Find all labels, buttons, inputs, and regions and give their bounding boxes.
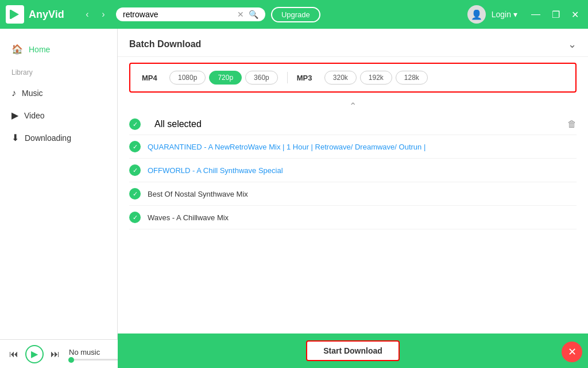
player-controls: ⏮ ▶ ⏭ [9, 345, 60, 363]
forward-button[interactable]: › [96, 7, 110, 21]
track-list: ✓ All selected 🗑 ✓ QUARANTINED - A NewRe… [118, 114, 588, 334]
track-item: ✓ OFFWORLD - A Chill Synthwave Special [129, 159, 577, 182]
video-icon: ▶ [11, 110, 18, 121]
sidebar-item-video-label: Video [24, 111, 45, 120]
mp3-options: 320k 192k 128k [324, 71, 428, 85]
main-layout: 🏠 Home Library ♪ Music ▶ Video ⬇ Downloa… [0, 29, 588, 368]
nav-arrows: ‹ › [80, 7, 110, 21]
batch-title: Batch Download [129, 39, 201, 49]
format-row: MP4 1080p 720p 360p MP3 320k 192k 128k [142, 71, 564, 85]
app-title: AnyVid [29, 9, 64, 21]
logo-area: AnyVid [6, 5, 75, 24]
start-download-bar: Start Download [118, 334, 588, 368]
upgrade-button[interactable]: Upgrade [271, 7, 320, 22]
format-720p-button[interactable]: 720p [209, 71, 242, 85]
sidebar-item-music[interactable]: ♪ Music [0, 82, 117, 104]
track-name-2: OFFWORLD - A Chill Synthwave Special [148, 166, 577, 175]
format-360p-button[interactable]: 360p [245, 71, 278, 85]
search-clear-icon[interactable]: ✕ [237, 10, 244, 19]
window-controls: — ❐ ✕ [528, 8, 582, 21]
track-item: ✓ QUARANTINED - A NewRetroWave Mix | 1 H… [129, 135, 577, 159]
search-icon[interactable]: 🔍 [249, 10, 258, 19]
next-button[interactable]: ⏭ [51, 349, 60, 359]
mp4-label: MP4 [142, 74, 165, 82]
prev-button[interactable]: ⏮ [9, 349, 18, 359]
content-area: ▶ 19M views 2 years ago ✓ ▶ ✓ ▶ [118, 29, 588, 368]
play-button[interactable]: ▶ [25, 345, 44, 363]
home-icon: 🏠 [11, 44, 23, 55]
login-button[interactable]: Login ▾ [492, 10, 517, 19]
format-192k-button[interactable]: 192k [360, 71, 392, 85]
search-bar: ✕ 🔍 [116, 7, 265, 21]
delete-icon[interactable]: 🗑 [567, 119, 577, 129]
svg-rect-1 [10, 10, 11, 19]
window-close-button[interactable]: ✕ [568, 8, 582, 21]
sidebar-item-video[interactable]: ▶ Video [0, 104, 117, 126]
collapse-arrow-icon[interactable]: ⌃ [118, 98, 588, 114]
download-icon: ⬇ [11, 132, 19, 143]
sidebar: 🏠 Home Library ♪ Music ▶ Video ⬇ Downloa… [0, 29, 118, 368]
collapse-button[interactable]: ⌄ [568, 38, 577, 51]
track-item: ✓ Waves - A Chillwave Mix [129, 206, 577, 229]
svg-marker-0 [11, 10, 19, 19]
close-panel-button[interactable]: ✕ [562, 342, 582, 362]
batch-header: Batch Download ⌄ [118, 29, 588, 57]
sidebar-item-music-label: Music [22, 89, 43, 98]
logo-icon [6, 5, 24, 24]
back-button[interactable]: ‹ [80, 7, 94, 21]
sidebar-item-downloading[interactable]: ⬇ Downloading [0, 126, 117, 149]
track-check-3[interactable]: ✓ [129, 188, 141, 200]
sidebar-item-home[interactable]: 🏠 Home [0, 38, 117, 60]
track-check-4[interactable]: ✓ [129, 212, 141, 223]
track-name-1: QUARANTINED - A NewRetroWave Mix | 1 Hou… [148, 143, 577, 151]
maximize-button[interactable]: ❐ [548, 8, 563, 21]
titlebar: AnyVid ‹ › ✕ 🔍 Upgrade 👤 Login ▾ — ❐ ✕ [0, 0, 588, 29]
avatar: 👤 [467, 5, 486, 24]
track-item: ✓ Best Of Nostal Synthwave Mix [129, 182, 577, 206]
sidebar-item-downloading-label: Downloading [25, 133, 71, 143]
minimize-button[interactable]: — [528, 8, 544, 21]
progress-dot [68, 357, 74, 363]
track-name-4: Waves - A Chillwave Mix [148, 213, 577, 222]
format-selector: MP4 1080p 720p 360p MP3 320k 192k 128k [129, 63, 577, 93]
all-select-check[interactable]: ✓ [129, 118, 141, 130]
track-check-1[interactable]: ✓ [129, 141, 141, 152]
track-check-2[interactable]: ✓ [129, 164, 141, 176]
mp3-label: MP3 [297, 74, 320, 82]
all-selected-row: ✓ All selected 🗑 [129, 114, 577, 135]
batch-download-panel: Batch Download ⌄ MP4 1080p 720p 360p MP3… [118, 29, 588, 334]
track-name-3: Best Of Nostal Synthwave Mix [148, 190, 577, 198]
music-icon: ♪ [11, 88, 16, 98]
format-128k-button[interactable]: 128k [396, 71, 428, 85]
format-divider [287, 72, 288, 83]
search-input[interactable] [123, 10, 233, 19]
format-320k-button[interactable]: 320k [324, 71, 357, 85]
library-label: Library [0, 63, 117, 82]
sidebar-item-home-label: Home [29, 45, 50, 54]
format-1080p-button[interactable]: 1080p [169, 71, 206, 85]
all-selected-label: All selected [154, 119, 202, 129]
mp4-options: 1080p 720p 360p [169, 71, 278, 85]
start-download-button[interactable]: Start Download [306, 340, 400, 361]
